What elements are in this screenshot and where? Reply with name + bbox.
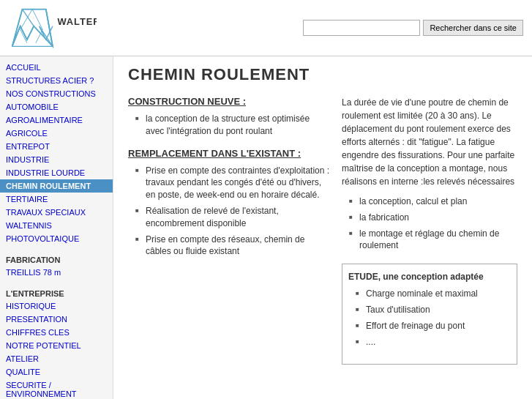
search-button[interactable]: Rechercher dans ce site [423, 20, 523, 36]
list-item: Taux d'utilisation [356, 304, 511, 316]
sidebar-item-constructions[interactable]: NOS CONSTRUCTIONS [0, 87, 113, 100]
header: WALTEFAUGLE Rechercher dans ce site [0, 0, 532, 56]
section2-bullets: Prise en compte des contraintes d'exploi… [128, 165, 330, 258]
svg-text:WALTEFAUGLE: WALTEFAUGLE [57, 16, 97, 27]
layout: ACCUEIL STRUCTURES ACIER ? NOS CONSTRUCT… [0, 56, 532, 399]
sidebar-item-photovoltaique[interactable]: PHOTOVOLTAIQUE [0, 232, 113, 245]
page-title: CHEMIN ROULEMENT [128, 65, 517, 84]
sidebar-item-industrie[interactable]: INDUSTRIE [0, 153, 113, 166]
list-item: Charge nominale et maximal [356, 288, 511, 300]
list-item: Prise en compte des contraintes d'exploi… [135, 165, 330, 201]
sidebar-item-automobile[interactable]: AUTOMOBILE [0, 100, 113, 113]
content-columns: CONSTRUCTION NEUVE : la conception de la… [128, 96, 517, 365]
content-left: CONSTRUCTION NEUVE : la conception de la… [128, 96, 330, 365]
logo-icon: WALTEFAUGLE [9, 6, 97, 50]
sidebar-item-tertiaire[interactable]: TERTIAIRE [0, 193, 113, 206]
list-item: le montage et réglage du chemin de roule… [349, 228, 517, 253]
sidebar-item-historique[interactable]: HISTORIQUE [0, 299, 113, 313]
sidebar-item-entrepot[interactable]: ENTREPOT [0, 140, 113, 153]
sidebar-item-accueil[interactable]: ACCUEIL [0, 61, 113, 74]
sidebar: ACCUEIL STRUCTURES ACIER ? NOS CONSTRUCT… [0, 56, 113, 399]
sidebar-item-industrie-lourde[interactable]: INDUSTRIE LOURDE [0, 166, 113, 179]
list-item: Prise en compte des réseaux, chemin de c… [135, 234, 330, 258]
list-item: la fabrication [349, 212, 517, 224]
search-input[interactable] [303, 20, 420, 36]
sidebar-item-notre-potentiel[interactable]: NOTRE POTENTIEL [0, 339, 113, 352]
search-area: Rechercher dans ce site [303, 20, 523, 36]
sidebar-item-atelier[interactable]: ATELIER [0, 352, 113, 365]
section2-heading: REMPLACEMENT DANS L'EXISTANT : [128, 148, 330, 159]
list-item: Effort de freinage du pont [356, 320, 511, 332]
etude-bullets: Charge nominale et maximal Taux d'utilis… [348, 288, 511, 348]
list-item: Réalisation de relevé de l'existant, enc… [135, 205, 330, 230]
sidebar-item-chemin-roulement[interactable]: CHEMIN ROULEMENT [0, 179, 113, 193]
entreprise-label: L'ENTREPRISE [0, 283, 113, 299]
list-item: .... [356, 336, 511, 348]
sidebar-item-structures[interactable]: STRUCTURES ACIER ? [0, 74, 113, 87]
section1-bullets: la conception de la structure est optimi… [128, 113, 330, 138]
fabrication-label: FABRICATION [0, 250, 113, 266]
section1-heading: CONSTRUCTION NEUVE : [128, 96, 330, 107]
sidebar-nav: ACCUEIL STRUCTURES ACIER ? NOS CONSTRUCT… [0, 61, 113, 245]
sidebar-item-chiffres-cles[interactable]: CHIFFRES CLES [0, 326, 113, 339]
right-bullets: la conception, calcul et plan la fabrica… [342, 195, 517, 252]
main-content: CHEMIN ROULEMENT CONSTRUCTION NEUVE : la… [113, 56, 532, 399]
list-item: la conception de la structure est optimi… [135, 113, 330, 138]
sidebar-item-travaux-speciaux[interactable]: TRAVAUX SPECIAUX [0, 206, 113, 219]
etude-title: ETUDE, une conception adaptée [348, 270, 511, 283]
sidebar-item-agricole[interactable]: AGRICOLE [0, 127, 113, 140]
etude-box: ETUDE, une conception adaptée Charge nom… [342, 264, 517, 365]
sidebar-item-presentation[interactable]: PRESENTATION [0, 313, 113, 326]
sidebar-item-waltennis[interactable]: WALTENNIS [0, 219, 113, 232]
sidebar-item-qualite[interactable]: QUALITE [0, 365, 113, 379]
right-paragraph: La durée de vie d'une poutre de chemin d… [342, 96, 517, 188]
list-item: la conception, calcul et plan [349, 195, 517, 208]
logo-area: WALTEFAUGLE [9, 6, 97, 50]
sidebar-item-securite[interactable]: SECURITE / ENVIRONNEMENT [0, 379, 113, 399]
content-right: La durée de vie d'une poutre de chemin d… [342, 96, 517, 365]
sidebar-item-agroalimentaire[interactable]: AGROALIMENTAIRE [0, 113, 113, 127]
sidebar-item-treillis[interactable]: TREILLIS 78 m [0, 266, 113, 279]
